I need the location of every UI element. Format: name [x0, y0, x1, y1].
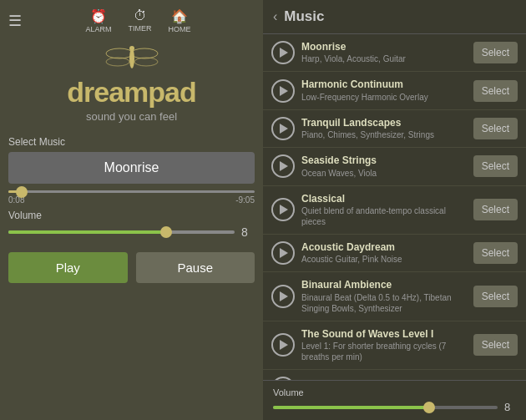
track-info: Binaural AmbienceBinaural Beat (Delta 0.… — [301, 279, 468, 313]
bottom-volume-track[interactable] — [273, 406, 498, 409]
alarm-icon: ⏰ — [90, 8, 107, 24]
left-panel: ☰ ⏰ ALARM ⏱ TIMER 🏠 HOME dreampad sound … — [0, 0, 263, 420]
playback-buttons: Play Pause — [8, 252, 255, 283]
music-list-item: The Sound of Waves Level ILevel 1: For s… — [263, 321, 526, 370]
music-list-item: ClassicalQuiet blend of andante-tempo cl… — [263, 186, 526, 235]
timeline-thumb[interactable] — [16, 186, 28, 198]
timer-icon: ⏱ — [134, 8, 147, 23]
track-select-button[interactable]: Select — [473, 334, 518, 356]
track-title: Binaural Ambience — [301, 279, 468, 291]
track-desc: Harp, Viola, Acoustic, Guitar — [301, 53, 468, 64]
track-desc: Ocean Waves, Viola — [301, 168, 468, 179]
music-list-item: MoonriseHarp, Viola, Acoustic, GuitarSel… — [263, 34, 526, 72]
play-triangle-icon — [280, 48, 288, 58]
track-select-button[interactable]: Select — [473, 80, 518, 102]
track-play-button[interactable] — [271, 41, 295, 64]
track-play-button[interactable] — [271, 285, 295, 308]
play-triangle-icon — [280, 340, 288, 350]
timer-label: TIMER — [129, 24, 152, 33]
track-info: ClassicalQuiet blend of andante-tempo cl… — [301, 193, 468, 227]
track-play-button[interactable] — [271, 79, 295, 103]
pause-button[interactable]: Pause — [136, 252, 255, 283]
svg-point-4 — [134, 58, 158, 66]
dragonfly-logo — [99, 43, 165, 73]
track-select-button[interactable]: Select — [473, 42, 518, 63]
track-desc: Level 1: For shorter breathing cycles (7… — [301, 341, 468, 362]
play-triangle-icon — [280, 205, 288, 215]
track-title: Classical — [301, 193, 468, 205]
bottom-volume-row: 8 — [273, 401, 516, 413]
music-list-item: Seaside StringsOcean Waves, ViolaSelect — [263, 148, 526, 185]
bottom-volume: Volume 8 — [263, 380, 526, 420]
music-list-item: Tranquil LandscapesPiano, Chimes, Synthe… — [263, 110, 526, 148]
track-info: Harmonic ContinuumLow-Frequency Harmonic… — [301, 78, 468, 102]
home-nav-item[interactable]: 🏠 HOME — [169, 8, 191, 33]
track-title: Tranquil Landscapes — [301, 117, 468, 129]
right-header-title: Music — [284, 8, 324, 25]
play-button[interactable]: Play — [8, 252, 128, 283]
track-select-button[interactable]: Select — [473, 155, 518, 177]
track-desc: Piano, Chimes, Synthesizer, Strings — [301, 129, 468, 140]
home-icon: 🏠 — [171, 8, 188, 24]
track-title: Harmonic Continuum — [301, 78, 468, 90]
timeline-track[interactable] — [8, 190, 255, 193]
time-remaining: -9:05 — [235, 195, 255, 205]
track-play-button[interactable] — [271, 198, 295, 221]
top-nav: ☰ ⏰ ALARM ⏱ TIMER 🏠 HOME — [8, 8, 255, 33]
home-label: HOME — [169, 25, 191, 33]
track-title: The Sound of Waves Level I — [301, 328, 468, 340]
bottom-volume-thumb[interactable] — [423, 402, 435, 413]
music-list-item: Harmonic ContinuumLow-Frequency Harmonic… — [263, 72, 526, 109]
top-icons: ⏰ ALARM ⏱ TIMER 🏠 HOME — [85, 8, 190, 33]
music-list: MoonriseHarp, Viola, Acoustic, GuitarSel… — [263, 34, 526, 380]
svg-point-5 — [129, 46, 134, 51]
play-triangle-icon — [280, 161, 288, 171]
volume-track[interactable] — [8, 230, 235, 234]
svg-point-1 — [106, 48, 133, 58]
track-play-button[interactable] — [271, 117, 295, 140]
volume-value: 8 — [241, 225, 255, 239]
svg-point-3 — [106, 58, 129, 66]
timeline-times: 0:08 -9:05 — [8, 195, 255, 205]
back-arrow-icon[interactable]: ‹ — [273, 9, 277, 24]
track-desc: Binaural Beat (Delta 0.5 to 4Hz), Tibeta… — [301, 292, 468, 314]
alarm-nav-item[interactable]: ⏰ ALARM — [85, 8, 111, 33]
track-title: Moonrise — [301, 41, 468, 53]
play-triangle-icon — [280, 124, 288, 134]
music-list-item: The Sound of Waves Level II — [263, 370, 526, 380]
timer-nav-item[interactable]: ⏱ TIMER — [129, 8, 152, 33]
track-info: The Sound of Waves Level ILevel 1: For s… — [301, 328, 468, 362]
bottom-volume-fill — [273, 406, 430, 409]
play-triangle-icon — [280, 86, 288, 96]
track-desc: Quiet blend of andante-tempo classical p… — [301, 205, 468, 227]
track-play-button[interactable] — [271, 333, 295, 357]
bottom-volume-label: Volume — [273, 387, 516, 397]
music-list-item: Binaural AmbienceBinaural Beat (Delta 0.… — [263, 272, 526, 321]
track-desc: Acoustic Guitar, Pink Noise — [301, 254, 468, 265]
alarm-label: ALARM — [85, 25, 111, 33]
volume-fill — [8, 230, 167, 234]
track-title: Seaside Strings — [301, 154, 468, 166]
track-info: MoonriseHarp, Viola, Acoustic, Guitar — [301, 41, 468, 64]
brand-name: dreampad — [67, 76, 196, 109]
track-select-button[interactable]: Select — [473, 118, 518, 139]
brand-tagline: sound you can feel — [86, 110, 177, 123]
track-play-button[interactable] — [271, 154, 295, 178]
bottom-volume-value: 8 — [504, 401, 516, 413]
play-triangle-icon — [280, 248, 288, 258]
timeline-container[interactable]: 0:08 -9:05 — [8, 190, 255, 205]
hamburger-icon[interactable]: ☰ — [8, 12, 22, 30]
track-desc: Low-Frequency Harmonic Overlay — [301, 92, 468, 103]
volume-thumb[interactable] — [160, 226, 172, 238]
track-select-button[interactable]: Select — [473, 199, 518, 220]
music-selector-button[interactable]: Moonrise — [8, 152, 255, 184]
music-list-item: Acoustic DaydreamAcoustic Guitar, Pink N… — [263, 235, 526, 272]
track-select-button[interactable]: Select — [473, 242, 518, 264]
select-music-label: Select Music — [8, 136, 65, 148]
track-info: Acoustic DaydreamAcoustic Guitar, Pink N… — [301, 241, 468, 265]
track-title: Acoustic Daydream — [301, 241, 468, 253]
track-info: Tranquil LandscapesPiano, Chimes, Synthe… — [301, 117, 468, 140]
right-panel: ‹ Music MoonriseHarp, Viola, Acoustic, G… — [263, 0, 526, 420]
track-select-button[interactable]: Select — [473, 286, 518, 307]
track-play-button[interactable] — [271, 241, 295, 265]
